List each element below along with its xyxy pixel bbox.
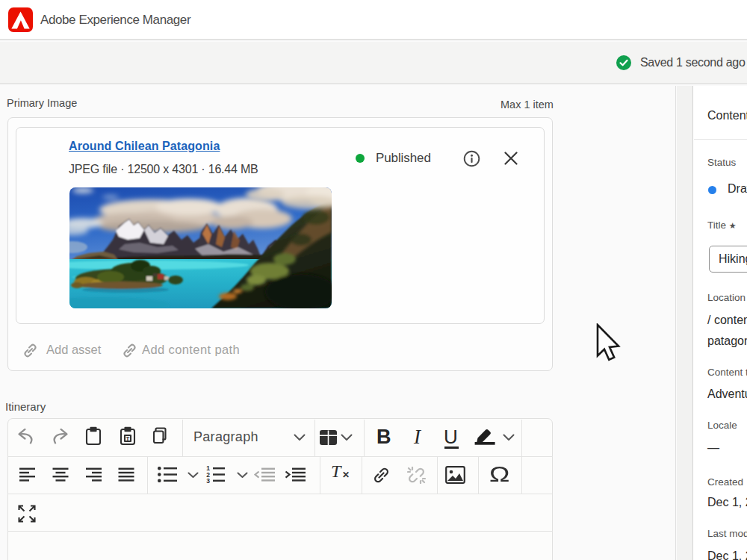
- svg-text:T: T: [126, 435, 130, 442]
- svg-text:3: 3: [206, 477, 210, 483]
